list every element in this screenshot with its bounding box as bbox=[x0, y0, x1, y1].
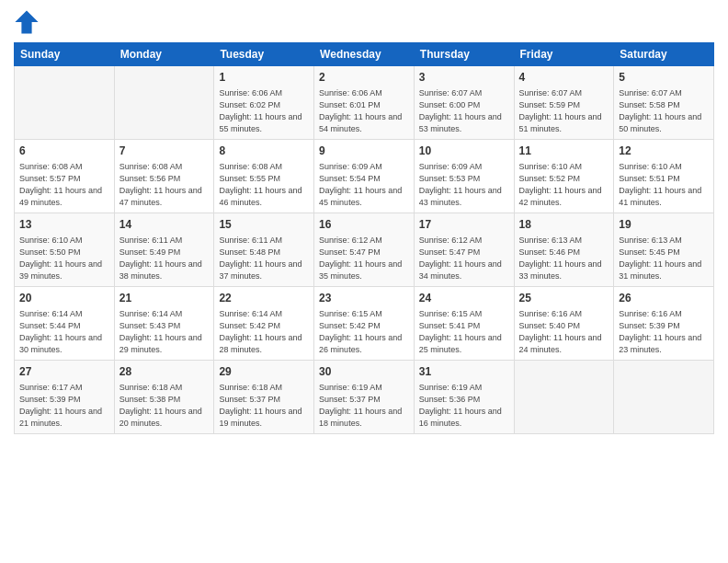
cell-content: Sunrise: 6:13 AM Sunset: 5:46 PM Dayligh… bbox=[519, 235, 609, 282]
day-number: 19 bbox=[619, 217, 709, 233]
cell-content: Sunrise: 6:14 AM Sunset: 5:44 PM Dayligh… bbox=[19, 308, 109, 356]
cell-content: Sunrise: 6:10 AM Sunset: 5:50 PM Dayligh… bbox=[19, 235, 109, 282]
cell-content: Sunrise: 6:06 AM Sunset: 6:01 PM Dayligh… bbox=[319, 87, 409, 135]
calendar-body: 1Sunrise: 6:06 AM Sunset: 6:02 PM Daylig… bbox=[15, 66, 714, 434]
day-number: 9 bbox=[319, 144, 409, 159]
calendar-cell: 31Sunrise: 6:19 AM Sunset: 5:36 PM Dayli… bbox=[414, 361, 514, 434]
calendar-table: SundayMondayTuesdayWednesdayThursdayFrid… bbox=[14, 42, 714, 434]
cell-content: Sunrise: 6:16 AM Sunset: 5:39 PM Dayligh… bbox=[619, 308, 709, 356]
calendar-cell: 22Sunrise: 6:14 AM Sunset: 5:42 PM Dayli… bbox=[214, 287, 314, 361]
calendar-cell bbox=[514, 361, 614, 434]
calendar-cell: 19Sunrise: 6:13 AM Sunset: 5:45 PM Dayli… bbox=[614, 213, 714, 287]
cell-content: Sunrise: 6:14 AM Sunset: 5:42 PM Dayligh… bbox=[219, 308, 309, 356]
day-number: 17 bbox=[419, 217, 509, 233]
calendar-cell: 30Sunrise: 6:19 AM Sunset: 5:37 PM Dayli… bbox=[314, 361, 415, 434]
day-number: 27 bbox=[19, 364, 109, 380]
calendar-cell: 20Sunrise: 6:14 AM Sunset: 5:44 PM Dayli… bbox=[15, 287, 115, 361]
day-number: 1 bbox=[219, 70, 309, 86]
day-number: 4 bbox=[519, 70, 609, 86]
calendar-week-row: 27Sunrise: 6:17 AM Sunset: 5:39 PM Dayli… bbox=[15, 361, 714, 434]
day-number: 7 bbox=[119, 144, 210, 159]
cell-content: Sunrise: 6:15 AM Sunset: 5:41 PM Dayligh… bbox=[419, 308, 509, 356]
calendar-cell: 8Sunrise: 6:08 AM Sunset: 5:55 PM Daylig… bbox=[214, 140, 314, 213]
cell-content: Sunrise: 6:08 AM Sunset: 5:55 PM Dayligh… bbox=[219, 161, 309, 209]
calendar-cell: 25Sunrise: 6:16 AM Sunset: 5:40 PM Dayli… bbox=[514, 287, 614, 361]
cell-content: Sunrise: 6:12 AM Sunset: 5:47 PM Dayligh… bbox=[319, 235, 409, 282]
calendar-cell: 3Sunrise: 6:07 AM Sunset: 6:00 PM Daylig… bbox=[414, 66, 514, 140]
cell-content: Sunrise: 6:11 AM Sunset: 5:49 PM Dayligh… bbox=[119, 235, 210, 282]
cell-content: Sunrise: 6:08 AM Sunset: 5:57 PM Dayligh… bbox=[19, 161, 109, 209]
calendar-cell: 5Sunrise: 6:07 AM Sunset: 5:58 PM Daylig… bbox=[614, 66, 714, 140]
day-number: 20 bbox=[19, 291, 109, 306]
header-day: Monday bbox=[114, 43, 214, 66]
cell-content: Sunrise: 6:07 AM Sunset: 5:59 PM Dayligh… bbox=[519, 87, 609, 135]
day-number: 13 bbox=[19, 217, 109, 233]
cell-content: Sunrise: 6:12 AM Sunset: 5:47 PM Dayligh… bbox=[419, 235, 509, 282]
header-day: Thursday bbox=[414, 43, 514, 66]
calendar-cell: 29Sunrise: 6:18 AM Sunset: 5:37 PM Dayli… bbox=[214, 361, 314, 434]
day-number: 2 bbox=[319, 70, 409, 86]
calendar-cell: 14Sunrise: 6:11 AM Sunset: 5:49 PM Dayli… bbox=[114, 213, 214, 287]
calendar-cell: 4Sunrise: 6:07 AM Sunset: 5:59 PM Daylig… bbox=[514, 66, 614, 140]
calendar-cell: 17Sunrise: 6:12 AM Sunset: 5:47 PM Dayli… bbox=[414, 213, 514, 287]
day-number: 30 bbox=[319, 364, 409, 380]
calendar-cell bbox=[15, 66, 115, 140]
cell-content: Sunrise: 6:07 AM Sunset: 5:58 PM Dayligh… bbox=[619, 87, 709, 135]
day-number: 28 bbox=[119, 364, 210, 380]
calendar-cell: 2Sunrise: 6:06 AM Sunset: 6:01 PM Daylig… bbox=[314, 66, 415, 140]
header-day: Tuesday bbox=[214, 43, 314, 66]
header bbox=[14, 9, 714, 35]
calendar-week-row: 20Sunrise: 6:14 AM Sunset: 5:44 PM Dayli… bbox=[15, 287, 714, 361]
svg-marker-0 bbox=[15, 10, 38, 33]
calendar-cell: 27Sunrise: 6:17 AM Sunset: 5:39 PM Dayli… bbox=[15, 361, 115, 434]
cell-content: Sunrise: 6:18 AM Sunset: 5:37 PM Dayligh… bbox=[219, 382, 309, 430]
day-number: 24 bbox=[419, 291, 509, 306]
cell-content: Sunrise: 6:07 AM Sunset: 6:00 PM Dayligh… bbox=[419, 87, 509, 135]
header-day: Friday bbox=[514, 43, 614, 66]
calendar-cell: 10Sunrise: 6:09 AM Sunset: 5:53 PM Dayli… bbox=[414, 140, 514, 213]
calendar-header: SundayMondayTuesdayWednesdayThursdayFrid… bbox=[15, 43, 714, 66]
calendar-cell: 13Sunrise: 6:10 AM Sunset: 5:50 PM Dayli… bbox=[15, 213, 115, 287]
day-number: 11 bbox=[519, 144, 609, 159]
cell-content: Sunrise: 6:19 AM Sunset: 5:37 PM Dayligh… bbox=[319, 382, 409, 430]
day-number: 8 bbox=[219, 144, 309, 159]
day-number: 3 bbox=[419, 70, 509, 86]
header-row: SundayMondayTuesdayWednesdayThursdayFrid… bbox=[15, 43, 714, 66]
calendar-cell: 9Sunrise: 6:09 AM Sunset: 5:54 PM Daylig… bbox=[314, 140, 415, 213]
calendar-cell: 12Sunrise: 6:10 AM Sunset: 5:51 PM Dayli… bbox=[614, 140, 714, 213]
calendar-cell: 23Sunrise: 6:15 AM Sunset: 5:42 PM Dayli… bbox=[314, 287, 415, 361]
header-day: Wednesday bbox=[314, 43, 415, 66]
cell-content: Sunrise: 6:19 AM Sunset: 5:36 PM Dayligh… bbox=[419, 382, 509, 430]
calendar-cell: 18Sunrise: 6:13 AM Sunset: 5:46 PM Dayli… bbox=[514, 213, 614, 287]
calendar-cell bbox=[614, 361, 714, 434]
cell-content: Sunrise: 6:16 AM Sunset: 5:40 PM Dayligh… bbox=[519, 308, 609, 356]
logo-icon bbox=[14, 9, 40, 35]
day-number: 14 bbox=[119, 217, 210, 233]
day-number: 22 bbox=[219, 291, 309, 306]
cell-content: Sunrise: 6:13 AM Sunset: 5:45 PM Dayligh… bbox=[619, 235, 709, 282]
cell-content: Sunrise: 6:06 AM Sunset: 6:02 PM Dayligh… bbox=[219, 87, 309, 135]
cell-content: Sunrise: 6:15 AM Sunset: 5:42 PM Dayligh… bbox=[319, 308, 409, 356]
cell-content: Sunrise: 6:09 AM Sunset: 5:53 PM Dayligh… bbox=[419, 161, 509, 209]
day-number: 18 bbox=[519, 217, 609, 233]
calendar-cell: 7Sunrise: 6:08 AM Sunset: 5:56 PM Daylig… bbox=[114, 140, 214, 213]
cell-content: Sunrise: 6:09 AM Sunset: 5:54 PM Dayligh… bbox=[319, 161, 409, 209]
calendar-cell: 26Sunrise: 6:16 AM Sunset: 5:39 PM Dayli… bbox=[614, 287, 714, 361]
day-number: 16 bbox=[319, 217, 409, 233]
cell-content: Sunrise: 6:14 AM Sunset: 5:43 PM Dayligh… bbox=[119, 308, 210, 356]
day-number: 23 bbox=[319, 291, 409, 306]
calendar-week-row: 6Sunrise: 6:08 AM Sunset: 5:57 PM Daylig… bbox=[15, 140, 714, 213]
calendar-cell: 28Sunrise: 6:18 AM Sunset: 5:38 PM Dayli… bbox=[114, 361, 214, 434]
logo bbox=[14, 9, 43, 35]
day-number: 21 bbox=[119, 291, 210, 306]
calendar-cell: 16Sunrise: 6:12 AM Sunset: 5:47 PM Dayli… bbox=[314, 213, 415, 287]
calendar-cell: 11Sunrise: 6:10 AM Sunset: 5:52 PM Dayli… bbox=[514, 140, 614, 213]
calendar-cell: 1Sunrise: 6:06 AM Sunset: 6:02 PM Daylig… bbox=[214, 66, 314, 140]
cell-content: Sunrise: 6:18 AM Sunset: 5:38 PM Dayligh… bbox=[119, 382, 210, 430]
day-number: 12 bbox=[619, 144, 709, 159]
header-day: Saturday bbox=[614, 43, 714, 66]
day-number: 26 bbox=[619, 291, 709, 306]
calendar-week-row: 1Sunrise: 6:06 AM Sunset: 6:02 PM Daylig… bbox=[15, 66, 714, 140]
calendar-cell bbox=[114, 66, 214, 140]
calendar-week-row: 13Sunrise: 6:10 AM Sunset: 5:50 PM Dayli… bbox=[15, 213, 714, 287]
